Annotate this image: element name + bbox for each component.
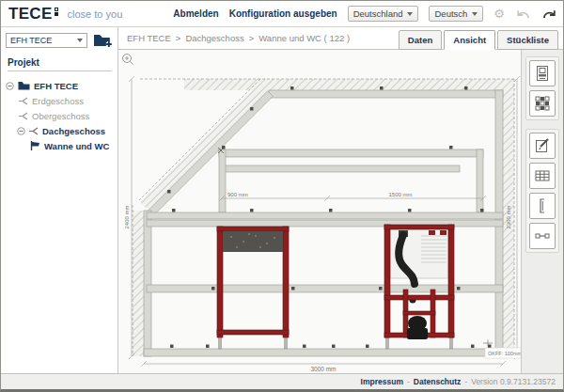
- project-tree: EFH TECE Erdgeschoss Obergeschoss Dachge…: [1, 78, 118, 153]
- drawing-canvas[interactable]: 2400 mm 2300 mm 3000 mm: [118, 50, 521, 373]
- frame-module-button[interactable]: [529, 60, 556, 86]
- breadcrumb-bar: EFH TECE > Dachgeschoss > Wanne und WC (…: [118, 27, 563, 50]
- breadcrumb-room: Wanne und WC ( 122 ): [258, 33, 350, 43]
- logo-text: TECE: [8, 6, 53, 22]
- breadcrumb-project[interactable]: EFH TECE: [127, 33, 171, 43]
- tree-item-dachgeschoss[interactable]: Dachgeschoss: [1, 123, 118, 138]
- vertical-profile-button[interactable]: [529, 193, 556, 219]
- parts-table-icon: [534, 167, 551, 184]
- logo-mark-icon: [55, 8, 58, 16]
- dimension-inner: [219, 196, 486, 201]
- dim-inner-right-label: 1500 mm: [388, 192, 412, 197]
- breadcrumb: EFH TECE > Dachgeschoss > Wanne und WC (…: [127, 33, 350, 43]
- gear-icon[interactable]: ⚙: [494, 8, 505, 20]
- tab-daten[interactable]: Daten: [399, 30, 442, 50]
- branch-icon: [29, 127, 39, 135]
- flag-icon: [30, 141, 40, 150]
- edit-button[interactable]: [529, 133, 556, 159]
- tab-stueckliste[interactable]: Stückliste: [497, 30, 558, 50]
- dim-left-label: 2400 mm: [124, 205, 130, 228]
- chevron-down-icon: [77, 39, 83, 42]
- branch-icon: [19, 112, 28, 120]
- status-bar: Impressum - Datenschutz - Version 0.9.71…: [1, 373, 563, 389]
- tree-label: Wanne und WC: [44, 141, 109, 151]
- logo-tagline: close to you: [68, 8, 123, 20]
- privacy-link[interactable]: Datenschutz: [414, 377, 462, 386]
- parts-table-button[interactable]: [529, 163, 556, 189]
- header: TECE close to you Abmelden Konfiguration…: [1, 1, 563, 27]
- collapse-icon[interactable]: [6, 82, 14, 90]
- breadcrumb-separator: >: [176, 33, 181, 43]
- grid-layout-icon: [534, 95, 551, 112]
- tree-item-obergeschoss[interactable]: Obergeschoss: [1, 108, 118, 123]
- tree-label: EFH TECE: [34, 81, 78, 91]
- language-select-value: Deutsch: [434, 8, 467, 19]
- tece-logo: TECE close to you: [8, 6, 122, 22]
- breadcrumb-floor[interactable]: Dachgeschoss: [185, 33, 243, 43]
- undo-icon[interactable]: [515, 8, 531, 20]
- tree-item-erdgeschoss[interactable]: Erdgeschoss: [1, 93, 118, 108]
- tree-item-wanne-und-wc[interactable]: Wanne und WC: [1, 138, 118, 153]
- project-dropdown-value: EFH TECE: [10, 36, 52, 45]
- imprint-link[interactable]: Impressum: [361, 377, 403, 386]
- view-tabs: Daten Ansicht Stückliste: [399, 30, 558, 50]
- project-sidebar: EFH TECE Projekt EFH TECE: [1, 27, 118, 373]
- footer-separator: -: [407, 377, 410, 386]
- print-config-link[interactable]: Konfiguration ausgeben: [229, 8, 337, 19]
- project-dropdown[interactable]: EFH TECE: [6, 33, 87, 48]
- dim-bottom-label: 3000 mm: [310, 366, 336, 372]
- app-window: TECE close to you Abmelden Konfiguration…: [0, 0, 564, 392]
- folder-icon: [18, 81, 30, 90]
- footer-separator: -: [464, 377, 467, 386]
- vertical-profile-icon: [534, 197, 551, 214]
- tree-item-root[interactable]: EFH TECE: [1, 78, 118, 93]
- tree-label: Dachgeschoss: [42, 126, 105, 136]
- branch-icon: [19, 97, 28, 105]
- logout-link[interactable]: Abmelden: [173, 8, 218, 19]
- dim-inner-left-label: 900 mm: [227, 192, 248, 197]
- chevron-down-icon: [407, 12, 413, 16]
- floor-note-label: OKFF: 100mm: [488, 351, 521, 356]
- country-select[interactable]: Deutschland: [348, 6, 419, 22]
- tab-ansicht[interactable]: Ansicht: [444, 30, 495, 50]
- horizontal-rail-button[interactable]: [529, 223, 556, 249]
- redo-icon[interactable]: [541, 8, 557, 20]
- tree-label: Erdgeschoss: [32, 96, 84, 106]
- dimension-right: [514, 76, 520, 359]
- version-label: Version 0.9.7131.23572: [471, 377, 556, 386]
- edit-icon: [534, 137, 551, 154]
- collapse-icon[interactable]: [17, 127, 25, 135]
- frame-module-icon: [534, 65, 551, 82]
- zoom-icon[interactable]: [123, 55, 133, 65]
- chevron-down-icon: [472, 12, 478, 16]
- project-section-title: Projekt: [8, 57, 112, 71]
- breadcrumb-separator: >: [249, 33, 255, 43]
- mounting-plate: [223, 231, 283, 252]
- country-select-value: Deutschland: [353, 8, 403, 19]
- horizontal-rail-icon: [534, 227, 551, 244]
- add-project-icon[interactable]: [93, 32, 114, 48]
- language-select[interactable]: Deutsch: [429, 6, 483, 22]
- tool-palette: [521, 50, 563, 373]
- tree-label: Obergeschoss: [32, 111, 89, 121]
- grid-layout-button[interactable]: [529, 90, 556, 117]
- dim-right-label: 2300 mm: [506, 205, 511, 228]
